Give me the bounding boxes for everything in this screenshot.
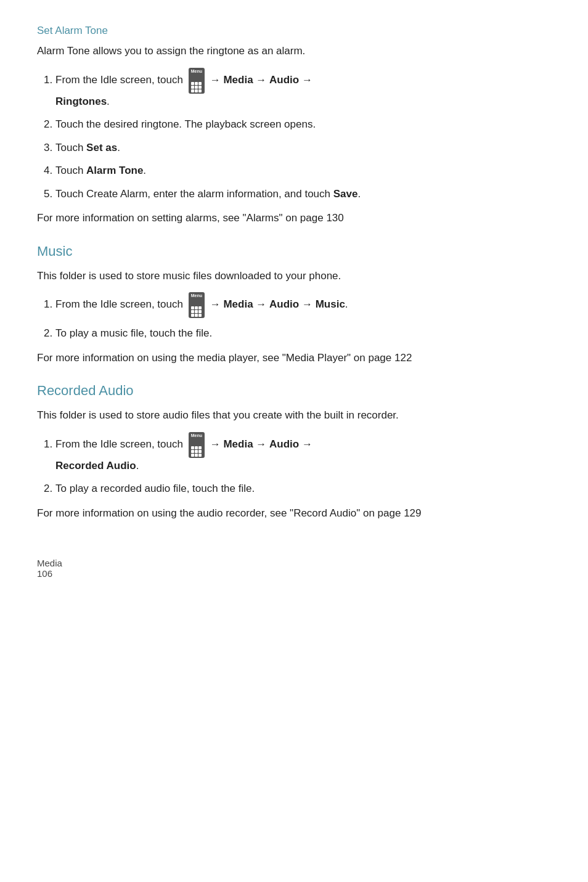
recorded-step1-after: → Media → Audio → [210,438,312,450]
music-title: Music [37,243,551,259]
list-item: Touch the desired ringtone. The playback… [55,116,551,133]
recorded-audio-note: For more information on using the audio … [37,505,551,521]
music-step1-before: From the Idle screen, touch [55,298,183,310]
step3-text: Touch Set as. [55,142,120,153]
recorded-step1-before: From the Idle screen, touch [55,438,183,450]
music-steps: From the Idle screen, touch Menu → Media… [55,292,551,341]
list-item: Touch Set as. [55,140,551,156]
step1-continuation: Ringtones [55,96,107,107]
footer: Media 106 [37,558,551,579]
recorded-step2-text: To play a recorded audio file, touch the… [55,483,255,494]
list-item: Touch Create Alarm, enter the alarm info… [55,186,551,202]
alarm-tone-steps: From the Idle screen, touch Menu → Media… [55,68,551,202]
list-item: Touch Alarm Tone. [55,163,551,179]
recorded-audio-section: Recorded Audio This folder is used to st… [37,383,551,521]
alarm-tone-intro: Alarm Tone allows you to assign the ring… [37,43,551,59]
menu-icon: Menu [189,292,205,318]
music-note: For more information on using the media … [37,350,551,366]
step2-text: Touch the desired ringtone. The playback… [55,118,316,130]
step5-text: Touch Create Alarm, enter the alarm info… [55,188,361,200]
step4-text: Touch Alarm Tone. [55,165,146,176]
list-item: To play a music file, touch the file. [55,325,551,341]
music-intro: This folder is used to store music files… [37,268,551,284]
recorded-audio-title: Recorded Audio [37,383,551,399]
music-step1-after: → Media → Audio → Music. [210,298,348,310]
list-item: From the Idle screen, touch Menu → Media… [55,68,551,110]
set-alarm-tone-section: Set Alarm Tone Alarm Tone allows you to … [37,25,551,226]
step1-text-before: From the Idle screen, touch [55,74,183,86]
recorded-step1-continuation: Recorded Audio [55,460,136,472]
list-item: From the Idle screen, touch Menu → Media… [55,432,551,474]
alarm-tone-note: For more information on setting alarms, … [37,210,551,226]
music-step2-text: To play a music file, touch the file. [55,327,212,339]
set-alarm-tone-title: Set Alarm Tone [37,25,551,37]
recorded-audio-steps: From the Idle screen, touch Menu → Media… [55,432,551,497]
menu-icon: Menu [189,68,205,94]
step1-arrow1: → Media → Audio → [210,74,312,86]
footer-label: Media [37,558,551,568]
list-item: To play a recorded audio file, touch the… [55,481,551,497]
recorded-audio-intro: This folder is used to store audio files… [37,407,551,423]
list-item: From the Idle screen, touch Menu → Media… [55,292,551,318]
footer-page: 106 [37,568,551,579]
music-section: Music This folder is used to store music… [37,243,551,366]
menu-icon: Menu [189,432,205,458]
